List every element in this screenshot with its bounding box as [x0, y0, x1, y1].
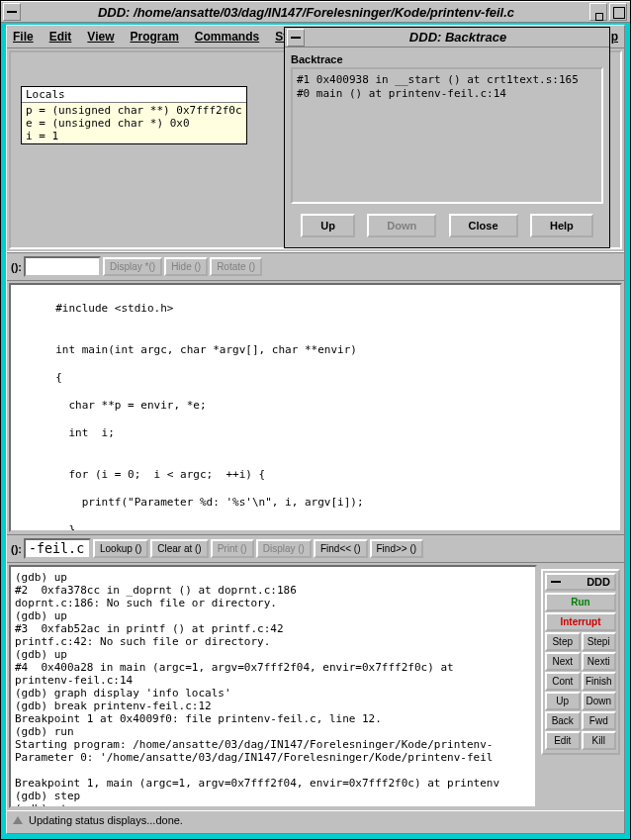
interrupt-button[interactable]: Interrupt: [545, 612, 616, 631]
local-var: p = (unsigned char **) 0x7fff2f0c: [26, 104, 242, 117]
data-toolbar: (): Display *() Hide () Rotate (): [7, 252, 624, 281]
step-button[interactable]: Step: [545, 632, 581, 651]
maximize-icon[interactable]: [609, 3, 627, 21]
prefix-label: ():: [11, 261, 22, 273]
nexti-button[interactable]: Nexti: [582, 652, 617, 671]
bt-help-button[interactable]: Help: [530, 214, 593, 237]
back-button[interactable]: Back: [545, 711, 581, 730]
src-line: char **p = envir, *e;: [43, 399, 620, 413]
source-arg-input[interactable]: [24, 538, 91, 559]
local-var: e = (unsigned char *) 0x0: [26, 117, 242, 130]
main-titlebar: DDD: /home/ansatte/03/dag/IN147/Forelesn…: [1, 1, 630, 23]
locals-title: Locals: [22, 87, 246, 103]
print-button: Print (): [211, 539, 254, 558]
source-code-area[interactable]: #include <stdio.h> int main(int argc, ch…: [9, 283, 622, 532]
bt-close-button[interactable]: Close: [449, 214, 518, 237]
bt-label: Backtrace: [291, 53, 603, 65]
bt-frame[interactable]: #1 0x400938 in __start () at crt1text.s:…: [297, 73, 597, 87]
src-line: int i;: [43, 426, 620, 440]
gdb-console[interactable]: (gdb) up #2 0xfa378cc in _doprnt () at d…: [9, 565, 537, 808]
display-src-button: Display (): [256, 539, 312, 558]
window-title: DDD: /home/ansatte/03/dag/IN147/Forelesn…: [23, 5, 589, 20]
system-menu-icon[interactable]: [3, 3, 21, 21]
backtrace-window[interactable]: DDD: Backtrace Backtrace #1 0x400938 in …: [284, 27, 610, 248]
bt-up-button[interactable]: Up: [301, 214, 355, 237]
src-line: {: [43, 371, 620, 385]
locals-display-box[interactable]: Locals p = (unsigned char **) 0x7fff2f0c…: [21, 86, 247, 144]
bt-down-button: Down: [367, 214, 436, 237]
src-line: #include <stdio.h>: [43, 302, 620, 316]
status-text: Updating status displays...done.: [29, 814, 183, 826]
menu-file[interactable]: File: [13, 30, 34, 44]
bt-frame[interactable]: #0 main () at printenv-feil.c:14: [297, 87, 597, 101]
finish-button[interactable]: Finish: [582, 672, 617, 691]
clear-at-button[interactable]: Clear at (): [150, 539, 208, 558]
bt-system-menu-icon[interactable]: [287, 29, 305, 47]
minimize-icon[interactable]: [589, 3, 607, 21]
backtrace-list[interactable]: #1 0x400938 in __start () at crt1text.s:…: [291, 67, 603, 204]
src-line: int main(int argc, char *argv[], char **…: [43, 343, 620, 357]
src-line: printf("Parameter %d: '%s'\n", i, argv[i…: [43, 496, 620, 510]
rotate-button: Rotate (): [210, 257, 262, 276]
hide-button: Hide (): [164, 257, 208, 276]
menu-program[interactable]: Program: [130, 30, 178, 44]
status-indicator-icon: [13, 816, 23, 824]
display-button: Display *(): [103, 257, 162, 276]
run-button[interactable]: Run: [545, 593, 616, 611]
fwd-button[interactable]: Fwd: [582, 711, 617, 730]
menu-view[interactable]: View: [87, 30, 114, 44]
source-toolbar: (): Lookup () Clear at () Print () Displ…: [7, 534, 624, 563]
cont-button[interactable]: Cont: [545, 672, 581, 691]
prefix-label: ():: [11, 543, 22, 555]
command-tool-panel: DDD Run Interrupt StepStepi NextNexti Co…: [541, 569, 620, 755]
up-button[interactable]: Up: [545, 692, 581, 710]
statusbar: Updating status displays...done.: [7, 810, 624, 829]
menu-commands[interactable]: Commands: [195, 30, 259, 44]
bt-window-title: DDD: Backtrace: [307, 30, 609, 45]
src-line: for (i = 0; i < argc; ++i) {: [43, 468, 620, 482]
cmd-panel-title[interactable]: DDD: [545, 573, 616, 591]
data-arg-input[interactable]: [24, 256, 101, 277]
edit-button[interactable]: Edit: [545, 731, 581, 750]
find-next-button[interactable]: Find>> (): [370, 539, 424, 558]
menu-edit[interactable]: Edit: [49, 30, 72, 44]
next-button[interactable]: Next: [545, 652, 581, 671]
src-line: }: [43, 523, 620, 532]
stepi-button[interactable]: Stepi: [582, 632, 617, 651]
find-prev-button[interactable]: Find<< (): [314, 539, 368, 558]
down-button[interactable]: Down: [582, 692, 617, 710]
lookup-button[interactable]: Lookup (): [93, 539, 148, 558]
kill-button[interactable]: Kill: [582, 731, 617, 750]
local-var: i = 1: [26, 130, 242, 142]
